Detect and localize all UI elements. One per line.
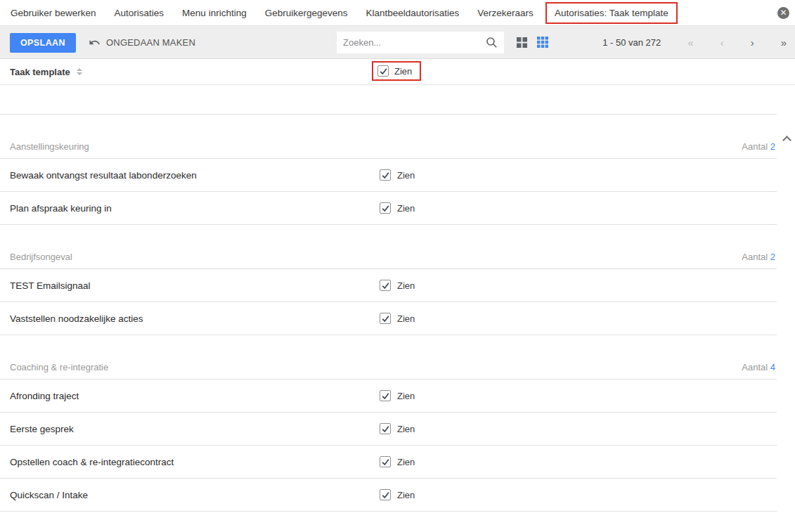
zien-label: Zien xyxy=(397,424,415,434)
tab-bar: Gebruiker bewerken Autorisaties Menu inr… xyxy=(0,0,795,26)
undo-button[interactable]: ONGEDAAN MAKEN xyxy=(89,26,195,58)
row-zien-toggle[interactable]: Zien xyxy=(380,390,415,401)
checkbox-checked-icon[interactable] xyxy=(380,456,391,467)
tab-menu-inrichting[interactable]: Menu inrichting xyxy=(173,8,256,18)
scrollbar[interactable] xyxy=(780,85,795,532)
header-zien-checkbox[interactable] xyxy=(377,65,389,77)
checkbox-checked-icon[interactable] xyxy=(380,423,391,434)
scroll-up-icon[interactable] xyxy=(782,136,791,145)
save-button[interactable]: OPSLAAN xyxy=(10,33,76,53)
section-name: Aanstellingskeuring xyxy=(10,141,89,152)
tab-klantbeeldautorisaties[interactable]: Klantbeeldautorisaties xyxy=(356,8,468,18)
row-zien-toggle[interactable]: Zien xyxy=(380,489,415,500)
grid-view-icon[interactable] xyxy=(537,37,548,48)
section-count-number[interactable]: 2 xyxy=(770,141,775,152)
pagination-range: 1 - 50 van 272 xyxy=(602,37,661,48)
zien-label: Zien xyxy=(397,280,415,291)
row-zien-toggle[interactable]: Zien xyxy=(380,313,415,324)
checkbox-checked-icon[interactable] xyxy=(380,313,391,324)
table-row[interactable]: Opstellen coach & re-integratiecontract … xyxy=(0,446,777,479)
table-row[interactable]: TEST Emailsignaal Zien xyxy=(0,269,777,302)
task-label: Quickscan / Intake xyxy=(10,490,88,500)
header-zien-label: Zien xyxy=(394,66,412,77)
card-view-icon[interactable] xyxy=(517,37,527,48)
close-tab-icon[interactable]: ✕ xyxy=(777,7,789,19)
tab-autorisaties[interactable]: Autorisaties xyxy=(105,8,174,18)
view-switcher xyxy=(517,26,548,58)
table-row[interactable]: Bewaak ontvangst resultaat labonderzoeke… xyxy=(0,159,777,192)
task-label: Eerste gesprek xyxy=(10,424,74,434)
zien-label: Zien xyxy=(397,457,415,467)
checkbox-checked-icon[interactable] xyxy=(380,202,391,214)
undo-label: ONGEDAAN MAKEN xyxy=(106,37,195,48)
next-page-icon[interactable]: › xyxy=(751,37,754,48)
section-header-bedrijfsongeval: Bedrijfsongeval Aantal 2 xyxy=(0,225,777,269)
task-label: Plan afspraak keuring in xyxy=(10,203,112,214)
undo-icon xyxy=(89,37,101,48)
pagination: 1 - 50 van 272 « ‹ › » xyxy=(602,26,787,58)
checkbox-checked-icon[interactable] xyxy=(380,489,391,500)
task-label: TEST Emailsignaal xyxy=(10,280,91,291)
task-label: Vaststellen noodzakelijke acties xyxy=(10,313,143,324)
section-count: Aantal 2 xyxy=(742,141,775,152)
column-header-taak-template[interactable]: Taak template xyxy=(10,67,70,77)
search-icon[interactable] xyxy=(486,37,498,48)
tab-verzekeraars[interactable]: Verzekeraars xyxy=(468,8,543,18)
annotation-highlight-zien-header: Zien xyxy=(372,61,421,81)
sort-down-arrow xyxy=(77,72,82,75)
checkbox-checked-icon[interactable] xyxy=(380,280,391,291)
zien-label: Zien xyxy=(397,170,415,181)
last-page-icon[interactable]: » xyxy=(781,37,787,48)
table-row[interactable]: Plan afspraak keuring in Zien xyxy=(0,192,777,225)
table-row[interactable]: Eerste gesprek Zien xyxy=(0,413,777,446)
row-zien-toggle[interactable]: Zien xyxy=(380,456,415,467)
zien-label: Zien xyxy=(397,391,415,401)
table-row[interactable]: Vaststellen noodzakelijke acties Zien xyxy=(0,302,777,335)
search-input[interactable] xyxy=(343,37,486,48)
table-row[interactable]: Quickscan / Intake Zien xyxy=(0,479,777,512)
sort-up-arrow xyxy=(77,68,82,71)
section-count-number[interactable]: 2 xyxy=(770,252,775,262)
section-count-number[interactable]: 4 xyxy=(770,362,775,372)
header-spacer xyxy=(0,85,777,115)
task-template-list: Aanstellingskeuring Aantal 2 Bewaak ontv… xyxy=(0,85,795,532)
task-label: Opstellen coach & re-integratiecontract xyxy=(10,457,174,467)
tab-autorisaties-taak-template[interactable]: Autorisaties: Taak template xyxy=(547,4,676,22)
row-zien-toggle[interactable]: Zien xyxy=(380,169,415,181)
zien-label: Zien xyxy=(397,490,415,500)
section-name: Coaching & re-integratie xyxy=(10,362,108,372)
toolbar: OPSLAAN ONGEDAAN MAKEN 1 - 50 van 272 « … xyxy=(0,26,795,59)
sort-icon[interactable] xyxy=(77,68,82,75)
search-box xyxy=(337,32,504,53)
zien-label: Zien xyxy=(397,203,415,214)
table-row[interactable]: Afronding traject Zien xyxy=(0,379,777,413)
task-label: Afronding traject xyxy=(10,391,79,401)
previous-page-icon[interactable]: ‹ xyxy=(720,37,724,48)
row-zien-toggle[interactable]: Zien xyxy=(380,423,415,434)
annotation-highlight-active-tab: Autorisaties: Taak template xyxy=(545,2,678,24)
section-name: Bedrijfsongeval xyxy=(10,252,72,262)
checkbox-checked-icon[interactable] xyxy=(380,390,391,401)
section-header-aanstellingskeuring: Aanstellingskeuring Aantal 2 xyxy=(0,115,777,159)
tab-gebruiker-bewerken[interactable]: Gebruiker bewerken xyxy=(1,8,105,18)
zien-label: Zien xyxy=(397,313,415,324)
first-page-icon[interactable]: « xyxy=(687,37,693,48)
row-zien-toggle[interactable]: Zien xyxy=(380,280,415,291)
row-zien-toggle[interactable]: Zien xyxy=(380,202,415,214)
list-header: Taak template Zien xyxy=(0,59,795,85)
task-label: Bewaak ontvangst resultaat labonderzoeke… xyxy=(10,170,197,181)
checkbox-checked-icon[interactable] xyxy=(380,169,391,181)
section-header-coaching-re-integratie: Coaching & re-integratie Aantal 4 xyxy=(0,335,777,379)
section-count: Aantal 4 xyxy=(742,362,775,372)
section-count: Aantal 2 xyxy=(742,252,775,262)
tab-gebruikergegevens[interactable]: Gebruikergegevens xyxy=(256,8,357,18)
